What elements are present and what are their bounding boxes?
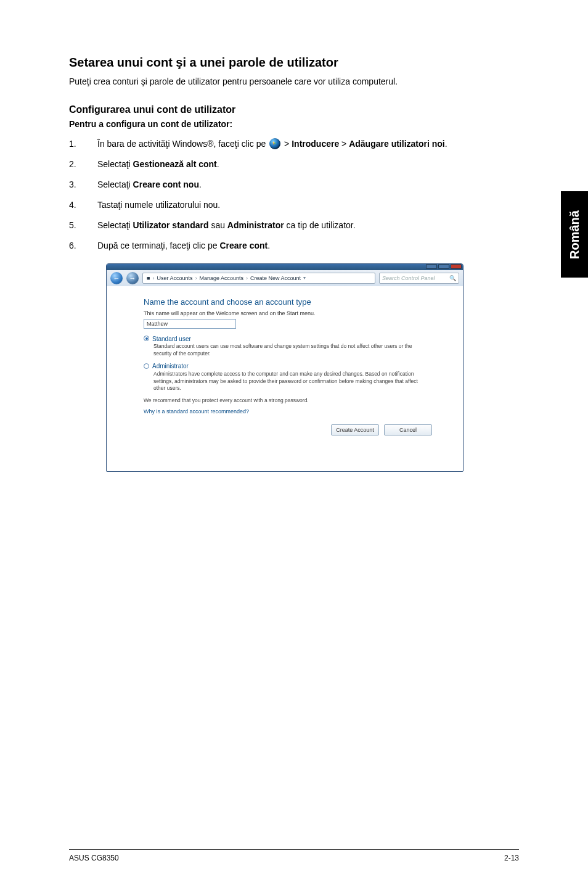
- search-icon[interactable]: 🔍: [449, 275, 456, 281]
- step-2-pre: Selectaţi: [97, 159, 133, 169]
- close-icon[interactable]: [451, 264, 462, 269]
- step-1: 1. În bara de activităţi Windows®, faceţ…: [69, 138, 519, 151]
- section-intro: Puteţi crea conturi şi parole de utiliza…: [69, 76, 519, 88]
- radio-admin-icon[interactable]: [144, 363, 149, 369]
- config-subheading: Pentru a configura un cont de utilizator…: [69, 119, 519, 129]
- crumb-1[interactable]: User Accounts: [157, 275, 192, 281]
- step-3-pre: Selectaţi: [97, 179, 133, 189]
- option-standard[interactable]: Standard user: [144, 335, 435, 342]
- step-6-pre: După ce terminaţi, faceţi clic pe: [97, 241, 219, 250]
- step-5-b1: Utilizator standard: [133, 220, 209, 230]
- minimize-icon[interactable]: [426, 264, 437, 269]
- step-2-b: Gestionează alt cont: [133, 159, 217, 169]
- step-1-post1: >: [282, 139, 292, 149]
- create-account-button[interactable]: Create Account: [331, 424, 379, 435]
- step-2-tail: .: [217, 159, 219, 169]
- step-5-b2: Administrator: [227, 220, 284, 230]
- back-button[interactable]: ←: [110, 272, 123, 284]
- page-footer: ASUS CG8350 2-13: [69, 849, 519, 862]
- step-1-pre: În bara de activităţi Windows®, faceţi c…: [97, 139, 268, 149]
- account-name-field[interactable]: Matthew: [144, 319, 236, 329]
- forward-button[interactable]: →: [126, 272, 139, 284]
- step-4-num: 4.: [69, 199, 97, 212]
- why-standard-link[interactable]: Why is a standard account recommended?: [144, 408, 435, 415]
- crumb-2[interactable]: Manage Accounts: [199, 275, 243, 281]
- footer-right: 2-13: [504, 854, 519, 862]
- search-input[interactable]: Search Control Panel 🔍: [379, 273, 459, 284]
- window-titlebar[interactable]: [107, 264, 463, 270]
- option-standard-desc: Standard account users can use most soft…: [153, 343, 419, 357]
- language-tab-text: Română: [568, 210, 582, 259]
- option-admin-label: Administrator: [152, 363, 189, 369]
- step-5: 5. Selectaţi Utilizator standard sau Adm…: [69, 219, 519, 232]
- search-placeholder: Search Control Panel: [382, 275, 435, 281]
- step-4-txt: Tastaţi numele utilizatorului nou.: [97, 199, 519, 212]
- window-nav: ← → ■ › User Accounts › Manage Accounts …: [107, 270, 463, 286]
- footer-left: ASUS CG8350: [69, 854, 119, 862]
- step-1-tail: .: [445, 139, 447, 149]
- step-4: 4. Tastaţi numele utilizatorului nou.: [69, 199, 519, 212]
- step-5-mid: sau: [209, 220, 227, 230]
- step-1-b1: Introducere: [292, 139, 339, 149]
- step-6-b: Creare cont: [219, 241, 267, 250]
- step-6-tail: .: [267, 241, 270, 250]
- step-6: 6. După ce terminaţi, faceţi clic pe Cre…: [69, 239, 519, 252]
- step-3-b: Creare cont nou: [133, 179, 199, 189]
- cancel-button[interactable]: Cancel: [384, 424, 432, 435]
- language-tab: Română: [561, 191, 588, 278]
- step-3: 3. Selectaţi Creare cont nou.: [69, 178, 519, 191]
- step-1-num: 1.: [69, 138, 97, 151]
- step-3-num: 3.: [69, 178, 97, 191]
- dialog-heading: Name the account and choose an account t…: [144, 297, 435, 307]
- password-recommendation: We recommend that you protect every acco…: [144, 397, 435, 403]
- step-2-num: 2.: [69, 158, 97, 171]
- chevron-down-icon[interactable]: ▾: [303, 275, 306, 281]
- radio-standard-icon[interactable]: [144, 336, 149, 341]
- option-admin[interactable]: Administrator: [144, 362, 435, 369]
- config-heading: Configurarea unui cont de utilizator: [69, 104, 519, 115]
- start-orb-icon: [269, 138, 280, 149]
- option-admin-desc: Administrators have complete access to t…: [153, 371, 419, 392]
- breadcrumb[interactable]: ■ › User Accounts › Manage Accounts › Cr…: [142, 273, 375, 284]
- step-5-num: 5.: [69, 219, 97, 232]
- step-6-num: 6.: [69, 239, 97, 252]
- dialog-window: ← → ■ › User Accounts › Manage Accounts …: [106, 263, 463, 472]
- step-5-pre: Selectaţi: [97, 220, 133, 230]
- maximize-icon[interactable]: [438, 264, 449, 269]
- steps-list: 1. În bara de activităţi Windows®, faceţ…: [69, 138, 519, 252]
- crumb-3[interactable]: Create New Account: [250, 275, 301, 281]
- option-standard-label: Standard user: [152, 335, 191, 342]
- step-2: 2. Selectaţi Gestionează alt cont.: [69, 158, 519, 171]
- section-title: Setarea unui cont şi a unei parole de ut…: [69, 56, 519, 70]
- step-3-tail: .: [199, 179, 202, 189]
- dialog-subtext: This name will appear on the Welcome scr…: [144, 310, 435, 316]
- step-1-b2: Adăugare utilizatori noi: [349, 139, 445, 149]
- control-panel-icon: ■: [147, 275, 150, 281]
- step-1-post2: >: [339, 139, 349, 149]
- step-5-tail: ca tip de utilizator.: [284, 220, 356, 230]
